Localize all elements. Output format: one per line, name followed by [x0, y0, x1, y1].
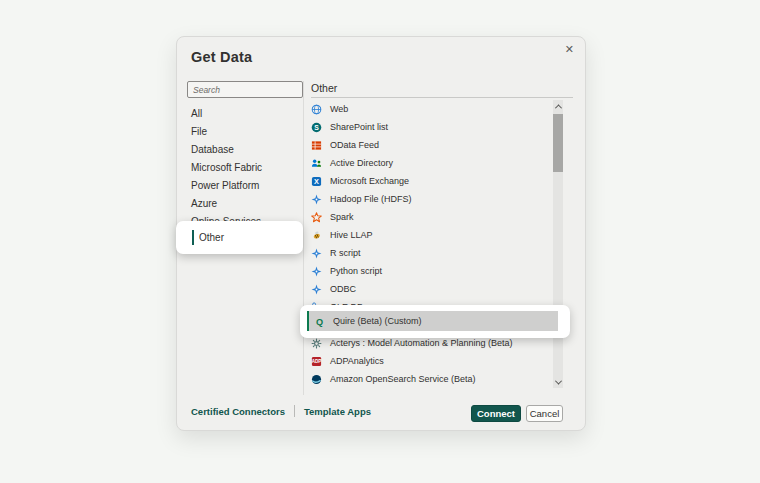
- gear-icon: [311, 338, 322, 349]
- svg-text:X: X: [314, 177, 319, 186]
- chevron-down-icon: [554, 377, 561, 384]
- connector-amazon-opensearch-service-beta[interactable]: Amazon OpenSearch Service (Beta): [305, 370, 553, 388]
- search-input[interactable]: [187, 81, 303, 98]
- connector-hadoop-file-hdfs[interactable]: Hadoop File (HDFS): [305, 190, 553, 208]
- selection-bar: [192, 230, 194, 245]
- sidebar-item-file[interactable]: File: [191, 122, 299, 140]
- connector-label: Hive LLAP: [330, 230, 373, 240]
- star-outline-icon: [311, 212, 322, 223]
- dialog-title: Get Data: [191, 49, 252, 65]
- connector-odata-feed[interactable]: OData Feed: [305, 136, 553, 154]
- sidebar-item-database[interactable]: Database: [191, 140, 299, 158]
- sharepoint-icon: S: [311, 122, 322, 133]
- connector-quire-beta-custom[interactable]: Q Quire (Beta) (Custom): [307, 311, 558, 331]
- adp-icon: ADP: [311, 356, 322, 367]
- connector-label: ADPAnalytics: [330, 356, 384, 366]
- sidebar-item-other[interactable]: Other: [199, 232, 224, 243]
- connector-label: Python script: [330, 266, 382, 276]
- connector-label: OData Feed: [330, 140, 379, 150]
- compass-icon: [311, 266, 322, 277]
- connector-odbc[interactable]: ODBC: [305, 280, 553, 298]
- compass-icon: [311, 194, 322, 205]
- panel-divider: [303, 81, 304, 395]
- svg-text:S: S: [314, 123, 319, 130]
- chevron-up-icon: [554, 104, 561, 111]
- sidebar-item-power-platform[interactable]: Power Platform: [191, 176, 299, 194]
- globe-icon: [311, 104, 322, 115]
- connector-spark[interactable]: Spark: [305, 208, 553, 226]
- connector-label: Active Directory: [330, 158, 393, 168]
- connector-hive-llap[interactable]: Hive LLAP: [305, 226, 553, 244]
- bee-icon: [311, 230, 322, 241]
- connector-label: SharePoint list: [330, 122, 388, 132]
- connector-label: ODBC: [330, 284, 356, 294]
- compass-icon: [311, 248, 322, 259]
- panel-header-rule: [311, 97, 573, 98]
- connector-scrollbar[interactable]: [553, 100, 563, 388]
- connector-label: R script: [330, 248, 361, 258]
- footer-link-divider: [294, 405, 295, 417]
- cancel-button[interactable]: Cancel: [526, 405, 563, 422]
- sidebar-item-microsoft-fabric[interactable]: Microsoft Fabric: [191, 158, 299, 176]
- connector-label: Amazon OpenSearch Service (Beta): [330, 374, 476, 384]
- opensearch-icon: [311, 374, 322, 385]
- connector-label: Spark: [330, 212, 354, 222]
- connector-label: Acterys : Model Automation & Planning (B…: [330, 338, 513, 348]
- footer-links: Certified Connectors Template Apps: [191, 405, 371, 417]
- connector-r-script[interactable]: R script: [305, 244, 553, 262]
- connector-label: Web: [330, 104, 348, 114]
- certified-connectors-link[interactable]: Certified Connectors: [191, 406, 285, 417]
- quire-q-icon: Q: [314, 316, 325, 327]
- svg-text:ADP: ADP: [312, 359, 322, 364]
- odata-grid-icon: [311, 140, 322, 151]
- connector-adpanalytics[interactable]: ADPADPAnalytics: [305, 352, 553, 370]
- connector-python-script[interactable]: Python script: [305, 262, 553, 280]
- panel-header: Other: [311, 82, 337, 94]
- spotlight-quire-connector[interactable]: Q Quire (Beta) (Custom): [300, 305, 570, 338]
- scroll-down-button[interactable]: [553, 376, 563, 388]
- screenshot-canvas: ✕ Get Data AllFileDatabaseMicrosoft Fabr…: [0, 0, 760, 483]
- template-apps-link[interactable]: Template Apps: [304, 406, 371, 417]
- sidebar-item-azure[interactable]: Azure: [191, 194, 299, 212]
- scrollbar-thumb[interactable]: [553, 114, 563, 172]
- connector-sharepoint-list[interactable]: SSharePoint list: [305, 118, 553, 136]
- connector-web[interactable]: Web: [305, 100, 553, 118]
- connector-label: Hadoop File (HDFS): [330, 194, 412, 204]
- close-icon[interactable]: ✕: [565, 42, 574, 56]
- exchange-icon: X: [311, 176, 322, 187]
- connector-label: Microsoft Exchange: [330, 176, 409, 186]
- connector-active-directory[interactable]: Active Directory: [305, 154, 553, 172]
- sidebar-item-all[interactable]: All: [191, 104, 299, 122]
- people-icon: [311, 158, 322, 169]
- connect-button[interactable]: Connect: [471, 405, 521, 422]
- spotlight-other-category[interactable]: Other: [176, 221, 303, 254]
- connector-microsoft-exchange[interactable]: XMicrosoft Exchange: [305, 172, 553, 190]
- connector-label: Quire (Beta) (Custom): [333, 316, 422, 326]
- connector-list: WebSSharePoint listOData FeedActive Dire…: [305, 100, 553, 388]
- svg-text:Q: Q: [316, 316, 323, 326]
- compass-icon: [311, 284, 322, 295]
- scroll-up-button[interactable]: [553, 100, 563, 112]
